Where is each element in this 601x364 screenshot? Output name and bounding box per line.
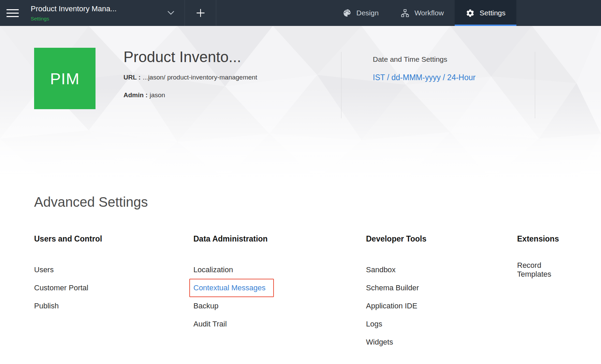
app-admin-line: Admin :jason: [123, 91, 314, 99]
settings-link-contextual-messages[interactable]: Contextual Messages: [193, 283, 266, 292]
advanced-settings-section: Advanced Settings Users and Control User…: [0, 179, 601, 351]
settings-link-record-templates[interactable]: Record Templates: [517, 261, 567, 279]
nav-item-workflow[interactable]: Workflow: [390, 0, 455, 26]
add-app-button[interactable]: [185, 0, 216, 26]
app-header-hero: PIM Product Invento... URL :...jason/ pr…: [0, 26, 601, 179]
app-header-content: PIM Product Invento... URL :...jason/ pr…: [0, 26, 601, 118]
column-extensions: Extensions Record Templates: [517, 234, 567, 351]
app-admin-value: jason: [150, 91, 165, 99]
app-url-line: URL :...jason/ product-inventory-managem…: [123, 74, 314, 81]
advanced-settings-heading: Advanced Settings: [34, 194, 567, 210]
list-item: Localization: [193, 261, 366, 279]
nav-item-design[interactable]: Design: [332, 0, 390, 26]
hamburger-menu-icon: [6, 9, 19, 10]
topbar: Product Inventory Mana... Settings Desig…: [0, 0, 601, 26]
nav-label-settings: Settings: [480, 9, 505, 17]
settings-link-publish[interactable]: Publish: [34, 302, 59, 310]
list-item: Record Templates: [517, 261, 567, 279]
list-item: Contextual Messages: [193, 279, 366, 297]
list-item: Audit Trail: [193, 315, 366, 333]
settings-link-users[interactable]: Users: [34, 265, 54, 274]
column-items: Sandbox Schema Builder Application IDE L…: [366, 261, 517, 351]
vertical-divider: [535, 52, 535, 118]
list-item: Customer Portal: [34, 279, 193, 297]
app-url-label: URL :: [123, 74, 141, 81]
app-subtitle: Settings: [31, 16, 117, 21]
settings-link-localization[interactable]: Localization: [193, 265, 233, 274]
column-title: Developer Tools: [366, 234, 517, 244]
settings-link-audit-trail[interactable]: Audit Trail: [193, 320, 227, 329]
list-item: Sandbox: [366, 261, 517, 279]
column-title: Users and Control: [34, 234, 193, 244]
workflow-icon: [400, 9, 410, 18]
datetime-settings-link[interactable]: IST / dd-MMM-yyyy / 24-Hour: [373, 73, 475, 82]
datetime-settings-heading: Date and Time Settings: [373, 55, 490, 63]
app-url-value: ...jason/ product-inventory-management: [143, 74, 257, 81]
nav-item-settings[interactable]: Settings: [455, 0, 516, 26]
column-title: Extensions: [517, 234, 567, 244]
column-developer-tools: Developer Tools Sandbox Schema Builder A…: [366, 234, 517, 351]
palette-icon: [342, 9, 352, 18]
settings-link-schema-builder[interactable]: Schema Builder: [366, 283, 419, 292]
plus-icon: [195, 8, 206, 18]
app-title: Product Inventory Mana...: [31, 4, 117, 13]
top-navigation: Design Workflow Settings: [332, 0, 516, 26]
vertical-divider: [341, 52, 341, 118]
settings-link-customer-portal[interactable]: Customer Portal: [34, 283, 88, 292]
app-meta: Product Invento... URL :...jason/ produc…: [123, 48, 314, 109]
hamburger-menu-button[interactable]: [0, 0, 25, 26]
column-items: Users Customer Portal Publish: [34, 261, 193, 315]
list-item: Users: [34, 261, 193, 279]
settings-link-widgets[interactable]: Widgets: [366, 338, 393, 347]
app-admin-label: Admin :: [123, 91, 148, 99]
column-title: Data Administration: [193, 234, 366, 244]
settings-link-sandbox[interactable]: Sandbox: [366, 265, 396, 274]
settings-link-logs[interactable]: Logs: [366, 320, 382, 329]
app-logo: PIM: [34, 48, 96, 109]
list-item: Application IDE: [366, 297, 517, 315]
list-item: Schema Builder: [366, 279, 517, 297]
column-data-administration: Data Administration Localization Context…: [193, 234, 366, 351]
list-item: Backup: [193, 297, 366, 315]
app-switcher-chevron-button[interactable]: [165, 6, 177, 20]
list-item: Widgets: [366, 333, 517, 351]
nav-label-design: Design: [356, 9, 379, 17]
column-items: Record Templates: [517, 261, 567, 279]
list-item: Publish: [34, 297, 193, 315]
app-switcher[interactable]: Product Inventory Mana... Settings: [25, 0, 185, 26]
list-item: Logs: [366, 315, 517, 333]
app-switcher-labels: Product Inventory Mana... Settings: [31, 4, 117, 21]
settings-columns: Users and Control Users Customer Portal …: [34, 234, 567, 351]
gear-icon: [466, 9, 475, 18]
column-items: Localization Contextual Messages Backup …: [193, 261, 366, 333]
annotation-highlight-box: Contextual Messages: [189, 279, 274, 297]
nav-label-workflow: Workflow: [414, 9, 444, 17]
settings-link-backup[interactable]: Backup: [193, 302, 218, 310]
app-name-title: Product Invento...: [123, 48, 314, 65]
settings-link-application-ide[interactable]: Application IDE: [366, 302, 417, 310]
datetime-settings-block: Date and Time Settings IST / dd-MMM-yyyy…: [373, 48, 490, 82]
column-users-and-control: Users and Control Users Customer Portal …: [34, 234, 193, 351]
chevron-down-icon: [166, 8, 176, 17]
